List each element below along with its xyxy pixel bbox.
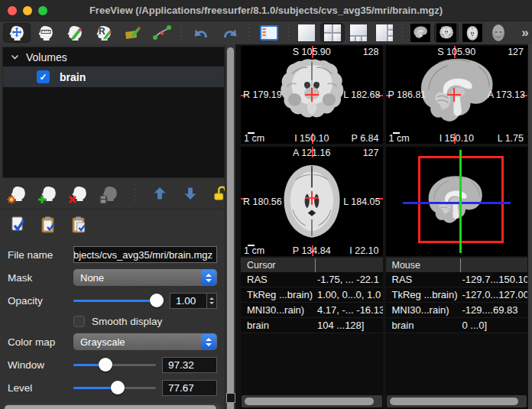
head-save-icon xyxy=(101,184,119,203)
level-slider[interactable] xyxy=(73,380,156,395)
close-button[interactable] xyxy=(8,6,17,15)
zoom-button[interactable] xyxy=(38,6,47,15)
window-slider[interactable] xyxy=(73,357,156,372)
sidebar-hscroll-thumb[interactable] xyxy=(5,405,216,409)
cursor-table-header: Cursor xyxy=(241,258,383,272)
layout-1-and-3-button[interactable] xyxy=(346,23,371,43)
tree-volumes-header[interactable]: Volumes xyxy=(3,47,224,67)
move-layer-up-button[interactable] xyxy=(146,182,174,205)
new-volume-button[interactable] xyxy=(35,182,63,205)
point-set-edit-tool-button[interactable] xyxy=(148,23,176,43)
table-row: brain 104 ...128] xyxy=(241,318,383,333)
copy-settings-button[interactable] xyxy=(5,213,32,236)
sagittal-scale-label: 1 cm xyxy=(389,133,410,144)
view-sagittal-button[interactable] xyxy=(408,23,433,43)
cursor-scroll-thumb[interactable] xyxy=(245,398,374,405)
floppy-badge-icon xyxy=(99,195,108,204)
viewport: S 105.90 128 R 179.19 L 182.68 I 150.10 … xyxy=(235,44,532,409)
close-volume-button[interactable] xyxy=(66,182,93,205)
navigate-tool-button[interactable] xyxy=(3,23,31,43)
traffic-lights xyxy=(8,6,47,15)
settings-toolbar xyxy=(0,209,225,240)
opacity-slider[interactable] xyxy=(73,293,164,308)
sagittal-anterior-label: A 173.13 xyxy=(488,89,525,100)
voxel-edit-tool-button[interactable] xyxy=(61,23,89,43)
cursor-panel-scrollbar[interactable] xyxy=(242,395,382,407)
minimize-button[interactable] xyxy=(23,6,32,15)
dropdown-stepper-icon xyxy=(201,270,216,285)
mouse-panel-scrollbar[interactable] xyxy=(387,395,527,407)
save-volume-button[interactable] xyxy=(96,182,124,205)
head-3d-icon xyxy=(491,24,506,42)
level-row: Level 77.67 xyxy=(0,376,225,399)
mouse-panel: Mouse RAS -129.7...150.10 TkReg ...brain… xyxy=(386,258,528,409)
file-name-field[interactable]: bjects/cvs_avg35/mri/brain.mgz xyxy=(73,246,217,263)
opacity-spinbox: 1.00 xyxy=(170,293,217,309)
move-layer-down-button[interactable] xyxy=(177,182,204,205)
redo-button[interactable] xyxy=(216,23,244,43)
paste-settings-all-button[interactable] xyxy=(66,213,93,236)
layout-1-and-3-side-button[interactable] xyxy=(372,23,397,43)
window-value-field[interactable]: 97.32 xyxy=(162,357,217,373)
spin-stepper-icon[interactable] xyxy=(206,293,217,309)
view-grid: S 105.90 128 R 179.19 L 182.68 I 150.10 … xyxy=(241,44,527,256)
axial-scale-label: 1 cm xyxy=(244,245,264,256)
sagittal-inferior-label: I 150.10 xyxy=(440,133,474,144)
level-value-field[interactable]: 77.67 xyxy=(162,380,217,396)
point-set-edit-icon xyxy=(152,24,172,42)
roi-edit-tool-button[interactable] xyxy=(119,23,147,43)
view-axial-button[interactable] xyxy=(460,23,485,43)
opacity-value-field[interactable]: 1.00 xyxy=(170,293,206,309)
mask-dropdown[interactable]: None xyxy=(73,269,217,286)
toggle-control-panel-button[interactable] xyxy=(255,23,283,43)
smooth-display-checkbox[interactable] xyxy=(73,316,85,327)
coronal-view[interactable]: S 105.90 128 R 179.19 L 182.68 I 150.10 … xyxy=(241,46,383,144)
window-slider-knob[interactable] xyxy=(99,358,112,372)
axial-anterior-label: A 121.16 xyxy=(293,148,330,158)
copy-settings-icon xyxy=(10,216,27,234)
paste-settings-all-icon xyxy=(71,216,88,234)
main-area: Volumes ✓ brain xyxy=(0,44,532,409)
axial-view[interactable]: A 121.16 127 R 180.56 L 184.05 P 134.84 … xyxy=(241,147,383,256)
axial-posterior-label: P 134.84 xyxy=(293,245,331,256)
window-title: FreeView (/Applications/freesurfer/8.1.0… xyxy=(0,5,532,16)
view-coronal-button[interactable] xyxy=(434,23,459,43)
roi-edit-icon xyxy=(123,24,143,42)
coronal-view-icon xyxy=(436,24,456,42)
cursor-panel: Cursor RAS -1.75, ... -22.1 TkReg ...bra… xyxy=(241,258,383,409)
table-row: MNI30...rain) 4.17, -... -16.13 xyxy=(241,303,383,318)
layout-2x2-button[interactable] xyxy=(320,23,345,43)
color-map-dropdown[interactable]: Grayscale xyxy=(73,333,217,350)
mouse-scroll-thumb[interactable] xyxy=(390,398,519,405)
sidebar-vertical-scrollbar[interactable] xyxy=(225,44,235,409)
table-row: TkReg ...brain) -127.0...127.00 xyxy=(386,287,528,303)
paste-settings-button[interactable] xyxy=(35,213,63,236)
view-3d-button[interactable] xyxy=(486,23,511,43)
mouse-header-label: Mouse xyxy=(386,258,461,272)
freeview-window: FreeView (/Applications/freesurfer/8.1.0… xyxy=(0,0,532,409)
recon-edit-tool-button[interactable]: R xyxy=(90,23,118,43)
more-tools-button[interactable]: » xyxy=(512,23,532,43)
level-label: Level xyxy=(8,382,73,394)
coronal-plane-line xyxy=(459,150,462,253)
layout-2x2-icon xyxy=(324,24,341,41)
layout-1x1-button[interactable] xyxy=(294,23,319,43)
brain-visibility-checkbox[interactable]: ✓ xyxy=(37,70,50,83)
sidebar-horizontal-scrollbar[interactable] xyxy=(3,404,222,409)
viewport-right-scrollbar[interactable] xyxy=(527,44,532,409)
head-voxel-edit-icon xyxy=(66,24,84,42)
head-navigate-icon xyxy=(8,24,26,42)
measure-tool-button[interactable] xyxy=(32,23,60,43)
x-badge-icon xyxy=(68,195,77,204)
level-slider-knob[interactable] xyxy=(111,381,125,394)
undo-button[interactable] xyxy=(187,23,215,43)
window-label: Window xyxy=(8,359,73,371)
head-new-icon xyxy=(40,184,58,203)
tree-item-brain[interactable]: ✓ brain xyxy=(3,67,224,87)
sidebar-vscroll-thumb[interactable] xyxy=(227,47,234,409)
three-d-view[interactable] xyxy=(386,147,528,256)
sagittal-view[interactable]: S 105.90 127 P 186.81 A 173.13 I 150.10 … xyxy=(386,46,528,144)
layer-toolbar xyxy=(0,178,225,209)
load-volume-button[interactable] xyxy=(5,182,32,205)
opacity-slider-knob[interactable] xyxy=(150,294,164,307)
